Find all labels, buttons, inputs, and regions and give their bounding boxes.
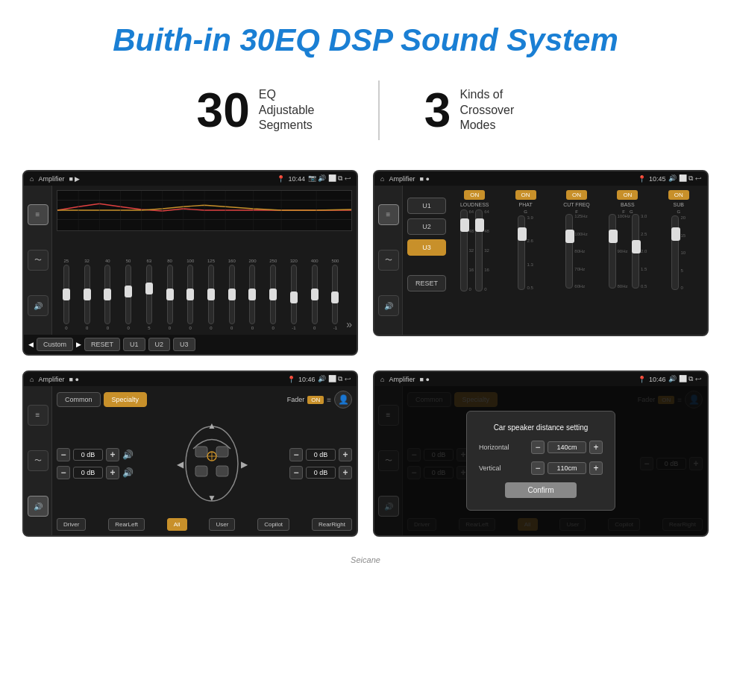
- screen2-edit-icon: ■ ●: [419, 175, 429, 183]
- u2-btn[interactable]: U2: [148, 338, 171, 351]
- screen3-app-name: Amplifier: [38, 376, 64, 383]
- screen2-wrapper: ⌂ Amplifier ■ ● 📍 10:45 🔊 ⬜ ⧉ ↩ ≡ 〜 🔊: [373, 170, 709, 356]
- all-btn[interactable]: All: [167, 518, 187, 531]
- stats-row: 30 EQ AdjustableSegments 3 Kinds ofCross…: [0, 66, 731, 163]
- eq-graph-svg: [57, 191, 351, 230]
- u3-btn[interactable]: U3: [173, 338, 195, 351]
- vol-lt-plus[interactable]: +: [106, 448, 119, 461]
- bass-toggle[interactable]: ON: [617, 190, 638, 200]
- horizontal-plus[interactable]: +: [589, 441, 603, 454]
- custom-btn[interactable]: Custom: [37, 338, 73, 351]
- specialty-btn[interactable]: Specialty: [104, 392, 148, 407]
- screen3-time: 10:46: [298, 376, 316, 383]
- vol-lt-minus[interactable]: −: [57, 448, 70, 461]
- left-volumes: − 0 dB + 🔊 − 0 dB + 🔊: [57, 412, 134, 515]
- vertical-plus[interactable]: +: [589, 461, 603, 475]
- vol-rt-minus[interactable]: −: [289, 448, 303, 461]
- fader-on-badge: ON: [307, 396, 324, 404]
- dialog-horizontal-row: Horizontal − 140cm +: [479, 441, 603, 454]
- bass-label: BASS: [621, 202, 635, 207]
- play-btn[interactable]: ▶: [76, 341, 81, 348]
- reset-xo[interactable]: RESET: [407, 275, 446, 291]
- screen1-status-icons: 📷 🔊 ⬜ ⧉ ↩: [308, 174, 351, 183]
- common-btn[interactable]: Common: [57, 392, 101, 407]
- speaker-lt-icon: 🔊: [122, 450, 134, 460]
- vol-lb-minus[interactable]: −: [57, 466, 70, 479]
- vertical-label: Vertical: [479, 464, 524, 472]
- user-icon-btn[interactable]: 👤: [334, 391, 352, 409]
- screen1-side-panel: ≡ 〜 🔊: [24, 186, 52, 335]
- eq-band-40: 40 0: [98, 259, 117, 330]
- home-icon3[interactable]: ⌂: [30, 376, 34, 383]
- speaker-icon-btn3[interactable]: 🔊: [28, 496, 48, 517]
- location-icon3: 📍: [287, 376, 295, 383]
- screen3-side-panel: ≡ 〜 🔊: [24, 386, 52, 535]
- speaker-icon-btn[interactable]: 🔊: [28, 295, 48, 316]
- vol-rb-minus[interactable]: −: [289, 466, 303, 479]
- svg-point-14: [186, 426, 238, 501]
- stat-eq-number: 30: [197, 83, 250, 138]
- preset-u2[interactable]: U2: [407, 218, 446, 235]
- fader-area: Fader ON ≡: [287, 396, 331, 404]
- rearright-btn[interactable]: RearRight: [312, 518, 352, 531]
- screen3-status-right: 📍 10:46 🔊 ⬜ ⧉ ↩: [287, 375, 351, 383]
- eq-band-160: 160 0: [222, 259, 242, 330]
- scroll-right-btn[interactable]: »: [346, 318, 352, 330]
- vol-lb-plus[interactable]: +: [106, 466, 119, 479]
- home-icon4[interactable]: ⌂: [380, 376, 384, 383]
- svg-text:▶: ▶: [240, 459, 248, 470]
- speaker-icon-btn2[interactable]: 🔊: [378, 295, 399, 316]
- u1-btn[interactable]: U1: [123, 338, 145, 351]
- stat-eq-label: EQ AdjustableSegments: [259, 87, 333, 133]
- sub-toggle[interactable]: ON: [668, 190, 689, 200]
- vol-rt-value: 0 dB: [306, 449, 336, 461]
- cutfreq-toggle[interactable]: ON: [566, 190, 587, 200]
- wave-icon-btn[interactable]: 〜: [28, 250, 48, 271]
- eq-icon-btn3[interactable]: ≡: [28, 405, 48, 426]
- svg-rect-17: [195, 466, 207, 476]
- user-btn[interactable]: User: [209, 518, 235, 531]
- screen3-status-icons: 🔊 ⬜ ⧉ ↩: [318, 375, 351, 383]
- fader-label: Fader: [287, 396, 305, 403]
- dialog-vertical-row: Vertical − 110cm +: [479, 461, 603, 475]
- eq-icon-btn[interactable]: ≡: [28, 204, 48, 225]
- reset-btn[interactable]: RESET: [84, 338, 120, 351]
- screen2-status-bar: ⌂ Amplifier ■ ● 📍 10:45 🔊 ⬜ ⧉ ↩: [374, 171, 707, 186]
- preset-u1[interactable]: U1: [407, 198, 446, 214]
- horizontal-minus[interactable]: −: [531, 441, 545, 454]
- wave-icon-btn3[interactable]: 〜: [28, 450, 48, 471]
- copilot-btn[interactable]: Copilot: [257, 518, 289, 531]
- dialog-title: Car speaker distance setting: [479, 423, 603, 432]
- home-icon[interactable]: ⌂: [30, 175, 34, 183]
- screen4-time: 10:46: [649, 376, 666, 383]
- rearleft-btn[interactable]: RearLeft: [108, 518, 145, 531]
- confirm-button[interactable]: Confirm: [505, 482, 576, 498]
- speaker-lb-icon: 🔊: [122, 467, 134, 478]
- vol-rb-plus[interactable]: +: [339, 466, 352, 479]
- stat-crossover: 3 Kinds ofCrossover Modes: [380, 83, 580, 138]
- eq-band-250: 250 0: [263, 259, 283, 330]
- eq-band-500: 500 -1: [326, 259, 345, 330]
- screen4-app-name: Amplifier: [389, 376, 415, 383]
- screen1-eq-area: 25 0 32 0 40 0: [52, 186, 357, 335]
- svg-rect-15: [195, 447, 207, 457]
- eq-icon-btn2[interactable]: ≡: [378, 204, 399, 225]
- loudness-toggle[interactable]: ON: [464, 190, 485, 200]
- prev-btn[interactable]: ◀: [28, 341, 34, 348]
- horizontal-label: Horizontal: [479, 444, 524, 451]
- eq-band-80: 80 0: [160, 259, 180, 330]
- vertical-minus[interactable]: −: [531, 461, 545, 475]
- phat-toggle[interactable]: ON: [515, 190, 536, 200]
- preset-u3[interactable]: U3: [407, 239, 446, 256]
- home-icon2[interactable]: ⌂: [380, 175, 384, 183]
- cutfreq-sliders: 125Hz100Hz80Hz70Hz60Hz: [565, 214, 587, 288]
- vol-rt-plus[interactable]: +: [339, 448, 352, 461]
- wave-icon-btn2[interactable]: 〜: [378, 250, 399, 271]
- screen4-body: ≡ 〜 🔊 Common Specialty Fader ON ≡ 👤: [374, 386, 707, 535]
- driver-btn[interactable]: Driver: [57, 518, 86, 531]
- preset-list: U1 U2 U3 RESET: [407, 198, 446, 330]
- screen3-edit-icon: ■ ●: [69, 376, 78, 383]
- watermark: Seicane: [0, 552, 731, 572]
- phat-sliders: 3.92.61.30.5: [518, 215, 533, 290]
- svg-text:▲: ▲: [207, 420, 216, 431]
